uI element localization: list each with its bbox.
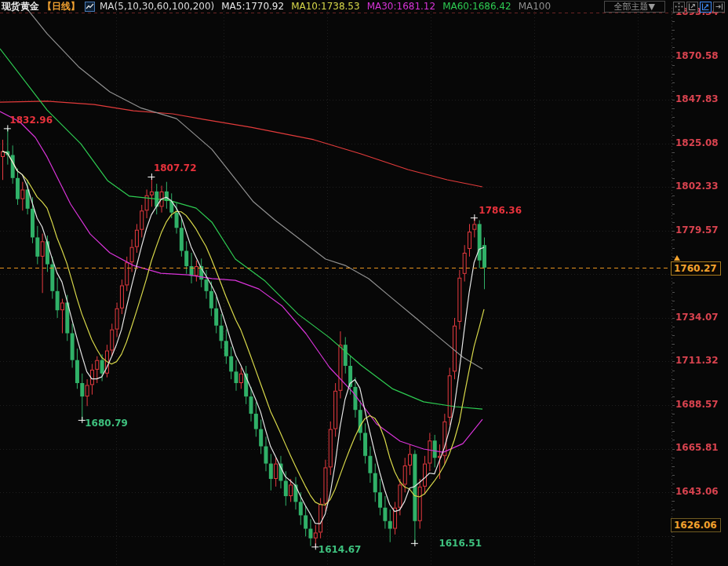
axis-price-label: 1665.81 (675, 442, 719, 453)
axis-price-label: 1847.83 (675, 93, 719, 104)
candlestick-chart[interactable] (0, 0, 728, 566)
price-annotation-low: 1680.79 (85, 418, 128, 429)
secondary-price-box: 1626.06 (671, 518, 721, 532)
pin-right-icon[interactable] (713, 2, 725, 13)
price-annotation-low: 1614.67 (318, 544, 362, 555)
chart-toolbar (672, 2, 725, 13)
axis-price-label: 1825.08 (675, 137, 719, 148)
ma100-value-label: MA100 (519, 1, 551, 13)
price-up-arrow-icon (674, 255, 680, 261)
axis-price-label: 1711.32 (675, 355, 719, 366)
ma10-value-label: MA10:1738.53 (291, 1, 360, 13)
current-price-label: 1760.27 (674, 263, 717, 274)
price-annotation-high: 1832.96 (9, 115, 53, 126)
theme-selector-button[interactable]: 全部主题▼ (604, 1, 665, 13)
pan-crosshair-icon[interactable] (673, 2, 685, 13)
axis-price-label: 1643.06 (675, 486, 719, 497)
ma-params-label: MA(5,10,30,60,100,200) (100, 1, 214, 13)
price-annotation-high: 1807.72 (154, 162, 197, 173)
axis-price-label: 1802.33 (675, 181, 719, 192)
axis-price-label: 1734.07 (675, 312, 719, 323)
secondary-price-label: 1626.06 (674, 520, 717, 531)
symbol-name: 现货黄金 (2, 1, 39, 13)
axis-price-label: 1688.57 (675, 399, 719, 410)
auto-scale-icon[interactable] (700, 2, 712, 13)
chart-header: 现货黄金 【日线】 MA(5,10,30,60,100,200) MA5:177… (0, 0, 728, 13)
price-annotation-high: 1786.36 (479, 205, 522, 216)
trading-chart-window: 现货黄金 【日线】 MA(5,10,30,60,100,200) MA5:177… (0, 0, 728, 566)
ma60-value-label: MA60:1686.42 (442, 1, 511, 13)
ma30-value-label: MA30:1681.12 (367, 1, 436, 13)
price-annotation-low: 1616.51 (439, 538, 482, 549)
fit-chart-icon[interactable] (686, 2, 698, 13)
axis-price-label: 1870.58 (675, 50, 719, 61)
mini-kline-icon[interactable] (85, 2, 95, 12)
current-price-box: 1760.27 (671, 261, 721, 276)
ma5-value-label: MA5:1770.92 (221, 1, 284, 13)
axis-price-label: 1779.57 (675, 225, 719, 236)
timeframe-label[interactable]: 【日线】 (42, 1, 80, 13)
